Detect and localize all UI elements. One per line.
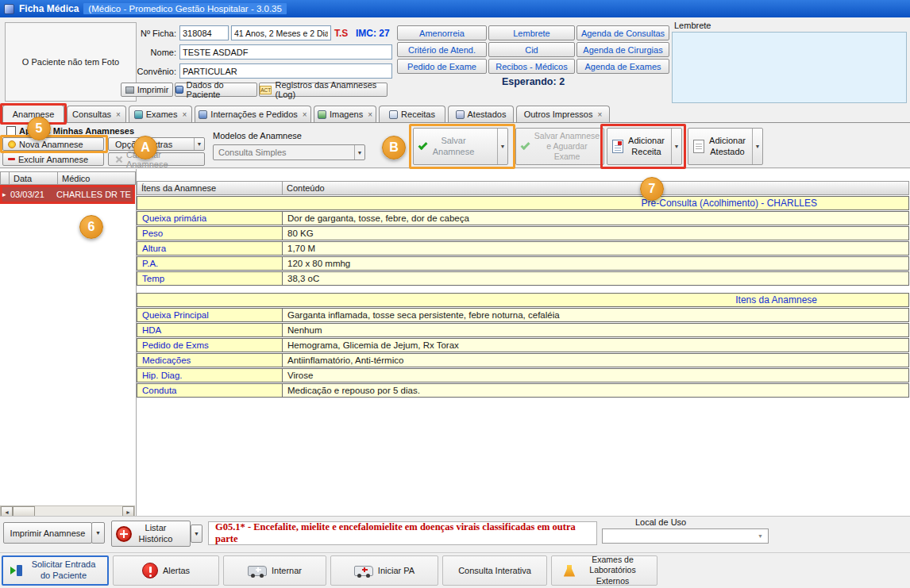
anamnese-item[interactable]: HDA xyxy=(137,323,283,337)
anamnese-value[interactable]: Garganta inflamada, tosse seca persisten… xyxy=(282,308,909,322)
listar-historico-dropdown[interactable]: ▼ xyxy=(191,525,202,543)
convenio-input[interactable] xyxy=(179,63,392,79)
adicionar-atestado-button[interactable]: Adicionar Atestado ▼ xyxy=(688,128,763,165)
registros-anamneses-button[interactable]: ACT Registros das Anamneses (Log) xyxy=(259,83,388,97)
annotation-circle-b: B xyxy=(382,136,406,159)
patient-photo-placeholder: O Paciente não tem Foto xyxy=(5,22,137,102)
chevron-down-icon[interactable]: ▼ xyxy=(752,129,762,164)
tab-close-icon[interactable]: × xyxy=(597,110,602,119)
salvar-anamnese-aguardar-exame-button: Salvar Anamnese e Aguardar Exame xyxy=(515,128,604,165)
chevron-down-icon[interactable]: ▼ xyxy=(755,529,765,543)
exames-lab-externos-button[interactable]: Exames de Laboratórios Externos xyxy=(551,555,657,586)
tab-close-icon[interactable]: × xyxy=(182,110,187,119)
app-icon xyxy=(4,4,14,14)
age-field xyxy=(231,25,331,40)
ambulance-icon xyxy=(248,566,267,576)
anamnese-item[interactable]: Altura xyxy=(137,241,283,256)
anamnese-value[interactable]: 38,3 oC xyxy=(282,271,909,286)
atestado-icon xyxy=(693,140,704,153)
internar-button[interactable]: Internar xyxy=(223,555,326,586)
window-subtitle: (Médico - Promedico Gestão Hospitalar - … xyxy=(83,3,287,14)
alertas-button[interactable]: Alertas xyxy=(113,555,219,586)
anamnese-value[interactable]: Nenhum xyxy=(282,323,909,337)
anamnese-item[interactable]: Pedido de Exms xyxy=(137,338,283,352)
anamnese-item[interactable]: P.A. xyxy=(137,256,283,271)
anamnese-item[interactable]: Medicações xyxy=(137,353,283,367)
tab-internacoes-pedidos[interactable]: Internações e Pedidos× xyxy=(195,106,311,122)
adicionar-receita-button[interactable]: Adicionar Receita ▼ xyxy=(607,128,682,165)
convenio-label: Convênio: xyxy=(135,67,176,76)
listar-historico-button[interactable]: Listar Histórico xyxy=(111,521,191,547)
lembrete-button[interactable]: Lembrete xyxy=(488,25,575,40)
local-de-uso-select[interactable]: ▼ xyxy=(602,528,769,544)
ficha-medica-window: Ficha Médica (Médico - Promedico Gestão … xyxy=(0,0,910,588)
imc-indicator: IMC: 27 xyxy=(356,28,390,39)
anamnese-value[interactable]: Dor de garganta, tosse, febre, dor de ca… xyxy=(282,211,909,225)
anamnese-value[interactable]: Hemograma, Glicemia de Jejum, Rx Torax xyxy=(282,338,909,352)
chevron-down-icon[interactable]: ▼ xyxy=(354,145,364,159)
anamnese-value[interactable]: 120 x 80 mmhg xyxy=(282,256,909,271)
imprimir-button[interactable]: Imprimir xyxy=(121,83,173,97)
cancel-x-icon xyxy=(115,156,123,163)
tab-consultas[interactable]: Consultas× xyxy=(67,106,126,122)
anamnese-value[interactable]: Antiinflamatório, Anti-térmico xyxy=(282,353,909,367)
anamnese-value[interactable]: Virose xyxy=(282,368,909,382)
annotation-circle-a: A xyxy=(133,136,157,159)
tab-imagens[interactable]: Imagens× xyxy=(314,106,376,122)
agenda-consultas-button[interactable]: Agenda de Consultas xyxy=(576,25,669,40)
cid-description: G05.1* - Encefalite, mielite e encefalom… xyxy=(208,521,597,545)
tab-outros-impressos[interactable]: Outros Impressos× xyxy=(516,106,610,122)
history-header-medico[interactable]: Médico xyxy=(57,171,136,185)
esperando-status: Esperando: 2 xyxy=(397,76,669,87)
imprimir-anamnese-button[interactable]: Imprimir Anamnese xyxy=(3,522,92,544)
modelos-anamnese-select[interactable]: Consulta Simples ▼ xyxy=(213,144,365,160)
annotation-circle-6: 6 xyxy=(79,215,103,239)
tab-close-icon[interactable]: × xyxy=(116,110,121,119)
history-header-data[interactable]: Data xyxy=(9,171,58,185)
recibos-medicos-button[interactable]: Recibos - Médicos xyxy=(488,59,575,74)
solicitar-entrada-button[interactable]: Solicitar Entrada do Paciente xyxy=(2,555,109,586)
dados-do-paciente-button[interactable]: Dados do Paciente xyxy=(175,83,257,97)
history-row-selected[interactable]: ▸ 03/03/21 CHARLLES DR TE xyxy=(0,185,135,204)
receitas-tab-icon xyxy=(389,110,398,119)
anamnese-value[interactable]: 1,70 M xyxy=(282,241,909,256)
anamnese-item[interactable]: Peso xyxy=(137,226,283,240)
anamnese-item[interactable]: Temp xyxy=(137,271,283,286)
agenda-exames-button[interactable]: Agenda de Exames xyxy=(576,59,669,74)
pedido-exame-button[interactable]: Pedido de Exame xyxy=(397,59,487,74)
anamnese-item[interactable]: Hip. Diag. xyxy=(137,368,283,382)
nova-anamnese-icon xyxy=(8,140,16,148)
nome-input[interactable] xyxy=(179,44,392,60)
chevron-down-icon[interactable]: ▼ xyxy=(194,138,204,150)
anamnese-value[interactable]: Medicação e repouso por 5 dias. xyxy=(282,383,909,398)
salvar-anamnese-button[interactable]: Salvar Anamnese ▼ xyxy=(413,128,508,165)
amenorreia-button[interactable]: Amenorreia xyxy=(397,25,487,40)
criterio-atend-button[interactable]: Critério de Atend. xyxy=(397,42,487,57)
iniciar-pa-button[interactable]: Iniciar PA xyxy=(330,555,438,586)
anamnese-item[interactable]: Conduta xyxy=(137,383,283,398)
nova-anamnese-button[interactable]: Nova Anamnese xyxy=(2,137,104,151)
tab-exames[interactable]: Exames× xyxy=(129,106,192,122)
ficha-input[interactable] xyxy=(179,25,229,40)
excluir-anamnese-button[interactable]: Excluir Anamnese xyxy=(2,152,104,166)
tab-close-icon[interactable]: × xyxy=(303,110,307,119)
alert-icon xyxy=(142,563,158,578)
tab-receitas[interactable]: Receitas xyxy=(379,106,445,122)
lembrete-panel[interactable] xyxy=(672,32,907,103)
anamnese-item[interactable]: Queixa primária xyxy=(137,211,283,225)
apenas-minhas-checkbox[interactable] xyxy=(6,126,16,136)
atestados-tab-icon xyxy=(456,110,465,119)
chevron-down-icon[interactable]: ▼ xyxy=(497,129,507,164)
consulta-interativa-button[interactable]: Consulta Interativa xyxy=(442,555,547,586)
anamnese-col-conteudo[interactable]: Conteúdo xyxy=(282,181,909,195)
anamnese-value[interactable]: 80 KG xyxy=(282,226,909,240)
anamnese-col-itens[interactable]: Ítens da Anamnese xyxy=(137,181,283,195)
cid-button[interactable]: Cid xyxy=(488,42,575,57)
anamnese-item[interactable]: Queixa Principal xyxy=(137,308,283,322)
agenda-cirurgias-button[interactable]: Agenda de Cirurgias xyxy=(576,42,669,57)
tab-atestados[interactable]: Atestados xyxy=(448,106,514,122)
tab-close-icon[interactable]: × xyxy=(368,110,372,119)
chevron-down-icon[interactable]: ▼ xyxy=(671,129,681,164)
ambulance-emergency-icon xyxy=(354,566,373,576)
imprimir-anamnese-dropdown[interactable]: ▼ xyxy=(91,522,105,544)
